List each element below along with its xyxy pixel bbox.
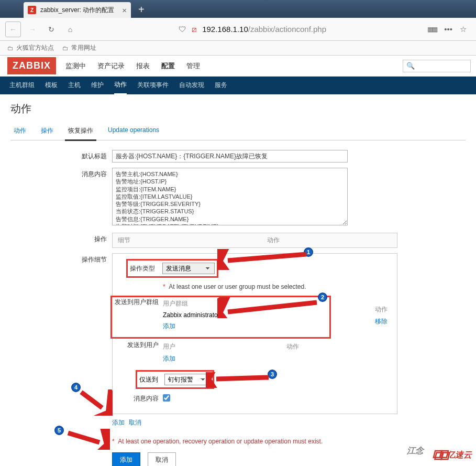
bookmarks-bar: 🗀 火狐官方站点 🗀 常用网址 [0, 41, 476, 56]
action-col-2: 动作 [286, 342, 299, 351]
close-tab-icon[interactable]: × [122, 6, 127, 15]
annotation-box-1: 操作类型 发送消息 [126, 259, 218, 278]
only-send-to-label: 仅送到 [139, 375, 161, 384]
subnav-maintenance[interactable]: 维护 [91, 81, 104, 91]
op-type-label: 操作类型 [130, 264, 159, 273]
annotation-arrow-2 [217, 297, 322, 318]
bookmark-item[interactable]: 🗀 火狐官方站点 [7, 44, 54, 52]
required-asterisk-2: * [112, 438, 115, 445]
nav-inventory[interactable]: 资产记录 [96, 56, 126, 76]
annotation-box-3: 仅送到 钉钉报警 [136, 370, 214, 389]
app-header: ZABBIX 监测中 资产记录 报表 配置 管理 🔍 [0, 56, 476, 77]
required-asterisk: * [163, 283, 165, 290]
svg-line-4 [81, 392, 102, 408]
subnav-actions[interactable]: 动作 [114, 76, 127, 95]
submit-cancel-button[interactable]: 取消 [148, 452, 176, 466]
reload-button[interactable]: ↻ [44, 22, 59, 37]
browser-tab[interactable]: Z zabbix_server: 动作的配置 × [24, 2, 131, 18]
add-operation-link[interactable]: 添加 [112, 419, 125, 426]
nav-configuration[interactable]: 配置 [160, 56, 176, 76]
tab-favicon: Z [28, 6, 36, 14]
home-button[interactable]: ⌂ [63, 22, 78, 37]
op-type-select[interactable]: 发送消息 [162, 263, 215, 274]
folder-icon: 🗀 [7, 45, 14, 52]
tab-operations[interactable]: 操作 [38, 122, 57, 140]
search-icon: 🔍 [406, 62, 415, 70]
page-title: 动作 [10, 102, 466, 116]
new-tab-button[interactable]: + [138, 4, 145, 18]
user-col: 用户 [163, 342, 286, 351]
cancel-operation-link[interactable]: 取消 [129, 419, 141, 426]
page-content: 动作 动作 操作 恢复操作 Update operations 默认标题 消息内… [0, 94, 476, 466]
annotation-arrow-5 [63, 429, 110, 450]
svg-line-1 [228, 254, 306, 261]
col-action: 动作 [267, 236, 280, 245]
nav-monitoring[interactable]: 监测中 [64, 56, 87, 76]
url-path: /zabbix/actionconf.php [248, 25, 326, 34]
zabbix-logo[interactable]: ZABBIX [7, 57, 56, 74]
watermark-logo-icon: ⧉⧉ [432, 447, 445, 464]
bookmark-item[interactable]: 🗀 常用网址 [62, 44, 96, 52]
svg-line-3 [216, 377, 269, 379]
subnav-templates[interactable]: 模板 [45, 81, 58, 91]
back-button[interactable]: ← [5, 21, 21, 37]
top-nav: 监测中 资产记录 报表 配置 管理 [64, 56, 201, 76]
subnav-services[interactable]: 服务 [215, 81, 227, 91]
sub-nav: 主机群组 模板 主机 维护 动作 关联项事件 自动发现 服务 [0, 77, 476, 94]
subnav-hosts[interactable]: 主机 [68, 81, 81, 91]
subnav-discovery[interactable]: 自动发现 [179, 81, 204, 91]
action-col: 动作 [375, 305, 388, 314]
browser-tab-strip: Z zabbix_server: 动作的配置 × + [0, 0, 476, 18]
send-to-group-label: 发送到用户群组 [113, 298, 163, 307]
site-id-icon: ⧄ [192, 25, 197, 34]
annotation-arrow-4 [76, 389, 113, 416]
only-send-to-select[interactable]: 钉钉报警 [164, 374, 211, 385]
tab-action[interactable]: 动作 [10, 122, 29, 140]
watermark: ⧉⧉ 亿速云 [432, 447, 472, 464]
operations-table: 细节 动作 [112, 233, 397, 248]
svg-line-5 [68, 433, 99, 442]
add-user-link[interactable]: 添加 [163, 354, 175, 363]
folder-icon: 🗀 [62, 45, 69, 52]
search-input[interactable]: 🔍 [403, 60, 471, 72]
subnav-correlation[interactable]: 关联项事件 [137, 81, 169, 91]
forward-button[interactable]: → [25, 22, 40, 37]
bookmark-star-icon[interactable]: ☆ [460, 25, 467, 34]
operation-details-box: 操作类型 发送消息 * At least one user or user gr… [112, 253, 397, 414]
more-icon[interactable]: ••• [444, 25, 452, 34]
shield-icon: 🛡 [179, 25, 186, 34]
default-title-label: 默认标题 [10, 150, 112, 162]
send-to-user-label: 发送到用户 [113, 341, 163, 350]
annotation-arrow-1 [217, 249, 312, 270]
qr-icon[interactable]: ▦▦ [427, 26, 437, 33]
watermark-signature: 江念 [407, 446, 424, 457]
nav-admin[interactable]: 管理 [185, 56, 201, 76]
ops-label: 操作 [10, 233, 112, 248]
add-group-link[interactable]: 添加 [163, 322, 175, 331]
msg-content-label: 消息内容 [10, 168, 112, 227]
nav-reports[interactable]: 报表 [135, 56, 151, 76]
bottom-warning: At least one operation, recovery operati… [118, 438, 323, 445]
submit-add-button[interactable]: 添加 [112, 452, 140, 466]
col-details: 细节 [118, 236, 267, 245]
msg-content-textarea[interactable] [112, 168, 348, 225]
tab-update-ops[interactable]: Update operations [105, 122, 162, 140]
default-title-input[interactable] [112, 150, 348, 162]
annotation-arrow-3 [206, 372, 274, 388]
subnav-hostgroups[interactable]: 主机群组 [9, 81, 35, 91]
address-bar: ← → ↻ ⌂ 🛡 ⧄ 192.168.1.10/zabbix/actionco… [0, 18, 476, 41]
tab-recovery-ops[interactable]: 恢复操作 [65, 122, 96, 141]
tab-title: zabbix_server: 动作的配置 [40, 6, 114, 15]
warning-text: At least one user or user group must be … [169, 283, 306, 290]
url-bar[interactable]: 🛡 ⧄ 192.168.1.10/zabbix/actionconf.php [82, 23, 423, 36]
svg-line-2 [228, 302, 317, 312]
msg-content-checkbox[interactable] [163, 394, 170, 402]
msg-content2-label: 消息内容 [113, 394, 163, 403]
url-host: 192.168.1.10 [202, 25, 248, 34]
form-tabs: 动作 操作 恢复操作 Update operations [10, 122, 466, 140]
remove-group-link[interactable]: 移除 [375, 318, 388, 325]
